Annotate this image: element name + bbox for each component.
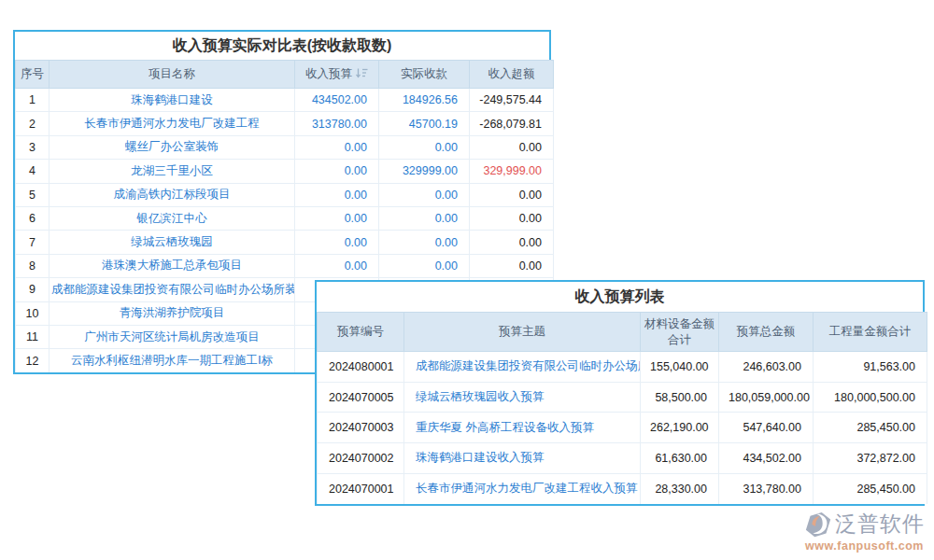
column-header-3[interactable]: 收入预算 (295, 61, 379, 89)
column-header-2[interactable]: 项目名称 (50, 61, 295, 89)
table-row: 2024070001长春市伊通河水力发电厂改建工程收入预算28,330.0031… (318, 473, 927, 504)
sort-descending-icon[interactable] (356, 68, 368, 81)
actual-receipt-cell[interactable]: 0.00 (379, 231, 470, 254)
table-row: 2024070002珠海鹤港口建设收入预算61,630.00434,502.00… (318, 443, 927, 474)
project-name-link[interactable]: 成都能源建设集团投资有限公司临时办公场所装修 (50, 278, 295, 301)
quantity-amount-total-cell: 180,000,500.00 (814, 382, 927, 413)
income-budget-cell[interactable]: 0.00 (295, 160, 379, 183)
budget-total-amount-cell: 434,502.00 (719, 443, 814, 474)
row-index-cell: 7 (16, 231, 50, 254)
budget-code-cell: 2024080001 (318, 352, 404, 383)
budget-code-cell: 2024070001 (318, 473, 404, 504)
project-name-link[interactable]: 青海洪湖养护院项目 (50, 301, 295, 325)
row-index-cell: 8 (16, 254, 50, 277)
row-index-cell: 3 (16, 135, 50, 159)
income-budget-list-panel: 收入预算列表 预算编号预算主题材料设备金额合计预算总金额工程量金额合计 2024… (315, 280, 925, 506)
compare-table-title: 收入预算实际对比表(按收款取数) (15, 32, 549, 60)
material-equipment-total-cell: 58,500.00 (641, 382, 719, 413)
table-row: 2024070003重庆华夏 外高桥工程设备收入预算262,190.00547,… (318, 413, 927, 443)
project-name-link[interactable]: 龙湖三千里小区 (50, 160, 295, 183)
project-name-link[interactable]: 成渝高铁内江标段项目 (50, 183, 295, 206)
table-row: 2024070005绿城云栖玫瑰园收入预算58,500.00180,059,00… (318, 382, 927, 413)
project-name-link[interactable]: 银亿滨江中心 (50, 206, 295, 230)
column-header-4[interactable]: 预算总金额 (719, 313, 814, 352)
actual-receipt-cell[interactable]: 329999.00 (379, 160, 470, 183)
column-header-5[interactable]: 收入超额 (470, 61, 554, 89)
income-budget-cell[interactable]: 0.00 (295, 254, 379, 277)
row-index-cell: 1 (16, 89, 50, 112)
column-header-3[interactable]: 材料设备金额合计 (641, 313, 719, 352)
income-excess-cell: 329,999.00 (470, 160, 554, 183)
project-name-link[interactable]: 广州市天河区统计局机房改造项目 (50, 325, 295, 348)
quantity-amount-total-cell: 91,563.00 (814, 352, 927, 383)
budget-total-amount-cell: 313,780.00 (719, 473, 814, 504)
income-budget-cell[interactable]: 0.00 (295, 183, 379, 206)
quantity-amount-total-cell: 285,450.00 (814, 413, 927, 443)
budget-subject-link[interactable]: 珠海鹤港口建设收入预算 (404, 443, 641, 474)
income-excess-cell: 0.00 (470, 206, 554, 230)
column-header-1[interactable]: 序号 (16, 61, 50, 89)
material-equipment-total-cell: 61,630.00 (641, 443, 719, 474)
column-header-label: 材料设备金额合计 (644, 317, 715, 346)
budget-subject-link[interactable]: 绿城云栖玫瑰园收入预算 (404, 382, 641, 413)
actual-receipt-cell[interactable]: 0.00 (379, 206, 470, 230)
income-budget-cell[interactable]: 313780.00 (295, 112, 379, 135)
row-index-cell: 12 (16, 349, 50, 372)
actual-receipt-cell[interactable]: 0.00 (379, 183, 470, 206)
row-index-cell: 2 (16, 112, 50, 135)
income-budget-cell[interactable]: 0.00 (295, 135, 379, 159)
budget-code-cell: 2024070003 (318, 413, 404, 443)
budget-total-amount-cell: 547,640.00 (719, 413, 814, 443)
income-excess-cell: -249,575.44 (470, 89, 554, 112)
income-budget-cell[interactable]: 0.00 (295, 206, 379, 230)
income-budget-cell[interactable]: 0.00 (295, 231, 379, 254)
budget-subject-link[interactable]: 成都能源建设集团投资有限公司临时办公场所... (404, 352, 641, 383)
brand-url: www.fanpusoft.com (804, 539, 925, 553)
project-name-link[interactable]: 螺丝厂办公室装饰 (50, 135, 295, 159)
income-excess-cell: 0.00 (470, 254, 554, 277)
income-budget-list-table: 预算编号预算主题材料设备金额合计预算总金额工程量金额合计 2024080001成… (317, 312, 927, 504)
budget-total-amount-cell: 180,059,000.00 (719, 382, 814, 413)
column-header-label: 收入预算 (305, 67, 352, 80)
actual-receipt-cell[interactable]: 0.00 (379, 135, 470, 159)
quantity-amount-total-cell: 285,450.00 (814, 473, 927, 504)
table-row: 2长春市伊通河水力发电厂改建工程313780.0045700.19-268,07… (16, 112, 554, 135)
brand-name: 泛普软件 (835, 510, 925, 539)
row-index-cell: 9 (16, 278, 50, 301)
project-name-link[interactable]: 港珠澳大桥施工总承包项目 (50, 254, 295, 277)
column-header-label: 预算编号 (337, 325, 384, 338)
column-header-4[interactable]: 实际收款 (379, 61, 470, 89)
project-name-link[interactable]: 绿城云栖玫瑰园 (50, 231, 295, 254)
table-row: 6银亿滨江中心0.000.000.00 (16, 206, 554, 230)
income-excess-cell: 0.00 (470, 135, 554, 159)
table-row: 8港珠澳大桥施工总承包项目0.000.000.00 (16, 254, 554, 277)
fanpu-watermark: 泛普软件 www.fanpusoft.com (804, 510, 925, 553)
income-budget-cell[interactable]: 434502.00 (295, 89, 379, 112)
fanpu-logo-icon (804, 511, 832, 539)
actual-receipt-cell[interactable]: 45700.19 (379, 112, 470, 135)
table-row: 1珠海鹤港口建设434502.00184926.56-249,575.44 (16, 89, 554, 112)
column-header-label: 项目名称 (149, 67, 195, 80)
budget-total-amount-cell: 246,603.00 (719, 352, 814, 383)
actual-receipt-cell[interactable]: 184926.56 (379, 89, 470, 112)
project-name-link[interactable]: 云南水利枢纽潜明水库一期工程施工Ⅰ标 (50, 349, 295, 372)
column-header-1[interactable]: 预算编号 (318, 313, 404, 352)
actual-receipt-cell[interactable]: 0.00 (379, 254, 470, 277)
row-index-cell: 11 (16, 325, 50, 348)
material-equipment-total-cell: 262,190.00 (641, 413, 719, 443)
row-index-cell: 5 (16, 183, 50, 206)
column-header-2[interactable]: 预算主题 (404, 313, 641, 352)
budget-subject-link[interactable]: 重庆华夏 外高桥工程设备收入预算 (404, 413, 641, 443)
quantity-amount-total-cell: 372,872.00 (814, 443, 927, 474)
project-name-link[interactable]: 长春市伊通河水力发电厂改建工程 (50, 112, 295, 135)
column-header-label: 序号 (21, 67, 44, 80)
column-header-5[interactable]: 工程量金额合计 (814, 313, 927, 352)
budget-subject-link[interactable]: 长春市伊通河水力发电厂改建工程收入预算 (404, 473, 641, 504)
column-header-label: 预算主题 (499, 325, 545, 338)
table-row: 3螺丝厂办公室装饰0.000.000.00 (16, 135, 554, 159)
column-header-label: 收入超额 (488, 67, 535, 80)
project-name-link[interactable]: 珠海鹤港口建设 (50, 89, 295, 112)
row-index-cell: 6 (16, 206, 50, 230)
table-row: 7绿城云栖玫瑰园0.000.000.00 (16, 231, 554, 254)
material-equipment-total-cell: 28,330.00 (641, 473, 719, 504)
